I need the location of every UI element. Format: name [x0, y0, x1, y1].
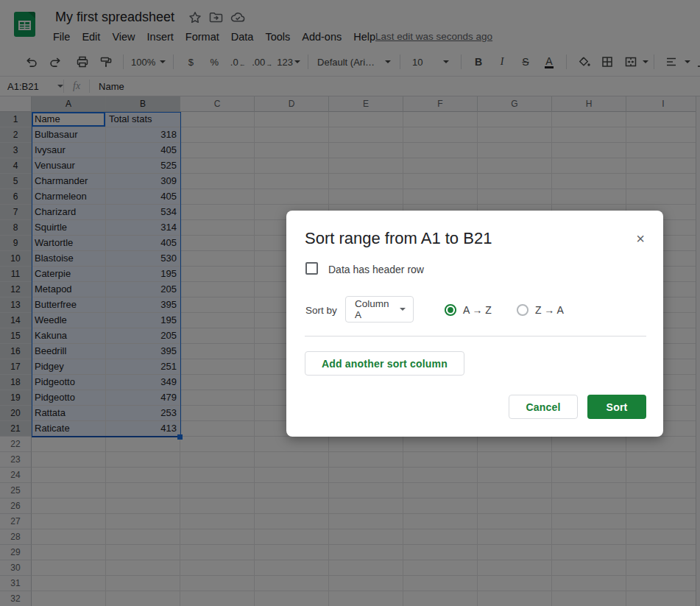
- sort-button[interactable]: Sort: [587, 395, 646, 419]
- sort-order-radio-group: A → Z Z → A: [444, 303, 564, 317]
- radio-descending[interactable]: Z → A: [516, 303, 564, 317]
- sort-by-label: Sort by: [305, 305, 337, 316]
- dialog-divider: [305, 336, 646, 337]
- header-row-checkbox[interactable]: [305, 262, 318, 275]
- dialog-title: Sort range from A1 to B21: [305, 229, 492, 248]
- sort-column-select[interactable]: Column A: [345, 296, 414, 323]
- radio-ascending[interactable]: A → Z: [444, 303, 492, 317]
- add-sort-column-button[interactable]: Add another sort column: [305, 351, 464, 376]
- cancel-button[interactable]: Cancel: [509, 395, 578, 419]
- radio-unchecked-icon: [516, 303, 529, 317]
- header-row-checkbox-label[interactable]: Data has header row: [328, 264, 424, 275]
- close-icon[interactable]: ×: [630, 228, 651, 249]
- radio-checked-icon: [444, 303, 457, 317]
- sort-range-dialog: Sort range from A1 to B21 × Data has hea…: [286, 211, 663, 437]
